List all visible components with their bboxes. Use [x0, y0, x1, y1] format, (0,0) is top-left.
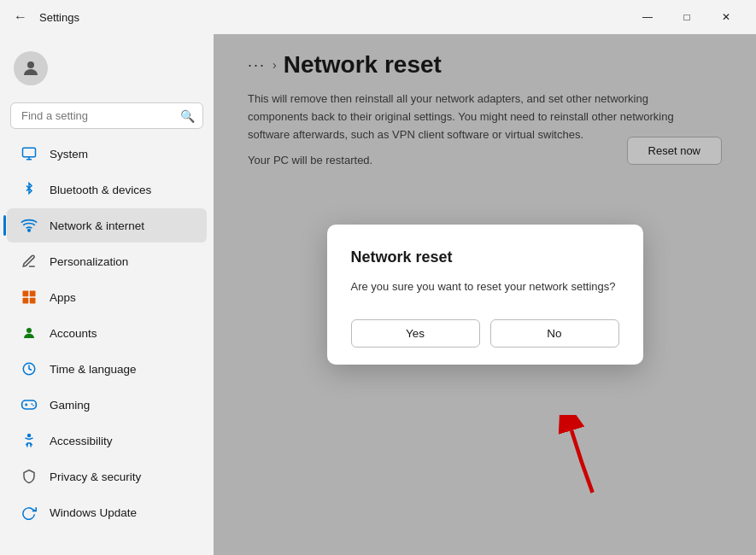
sidebar-item-bluetooth[interactable]: Bluetooth & devices	[7, 172, 207, 207]
sidebar-item-system[interactable]: System	[7, 137, 207, 171]
svg-rect-5	[23, 291, 29, 297]
sidebar-item-update[interactable]: Windows Update	[7, 495, 207, 529]
personalization-icon	[21, 253, 38, 270]
svg-point-15	[32, 405, 34, 406]
no-button[interactable]: No	[490, 319, 619, 348]
sidebar-item-accounts-label: Accounts	[50, 327, 97, 340]
sidebar-item-update-label: Windows Update	[50, 506, 137, 519]
apps-icon	[21, 289, 38, 306]
sidebar-item-personalization[interactable]: Personalization	[7, 244, 207, 278]
titlebar-left: ← Settings	[10, 6, 79, 28]
update-icon	[21, 504, 38, 521]
user-section	[0, 41, 214, 96]
window-controls: — □ ✕	[628, 3, 746, 31]
svg-point-16	[28, 435, 31, 437]
yes-button[interactable]: Yes	[351, 319, 480, 348]
titlebar: ← Settings — □ ✕	[0, 0, 756, 34]
time-icon	[21, 360, 38, 377]
sidebar-item-time[interactable]: Time & language	[7, 352, 207, 386]
svg-rect-6	[30, 291, 36, 297]
sidebar-item-privacy[interactable]: Privacy & security	[7, 459, 207, 494]
privacy-icon	[21, 468, 38, 485]
sidebar: 🔍 System Bluetooth & devices	[0, 34, 214, 555]
sidebar-item-network-label: Network & internet	[50, 219, 144, 232]
main-content: ··· › Network reset This will remove the…	[214, 34, 756, 555]
sidebar-item-network[interactable]: Network & internet	[7, 208, 207, 242]
maximize-button[interactable]: □	[667, 3, 706, 31]
dialog-title: Network reset	[351, 248, 619, 266]
svg-point-9	[26, 328, 32, 333]
sidebar-item-accessibility-label: Accessibility	[50, 435, 113, 447]
sidebar-item-time-label: Time & language	[50, 363, 137, 376]
dialog-message: Are you sure you want to reset your netw…	[351, 278, 619, 295]
sidebar-item-accessibility[interactable]: Accessibility	[7, 424, 207, 458]
sidebar-item-gaming-label: Gaming	[50, 399, 90, 412]
sidebar-item-personalization-label: Personalization	[50, 255, 128, 268]
accessibility-icon	[21, 432, 38, 449]
sidebar-item-apps-label: Apps	[50, 291, 76, 304]
app-container: 🔍 System Bluetooth & devices	[0, 34, 756, 555]
svg-rect-1	[23, 148, 36, 157]
sidebar-item-system-label: System	[50, 148, 88, 161]
gaming-icon	[21, 396, 38, 413]
app-title: Settings	[39, 11, 79, 24]
sidebar-item-accounts[interactable]: Accounts	[7, 316, 207, 350]
system-icon	[21, 145, 38, 162]
search-input[interactable]	[10, 102, 203, 129]
search-box: 🔍	[10, 102, 203, 129]
sidebar-item-privacy-label: Privacy & security	[50, 470, 141, 483]
svg-point-0	[27, 61, 34, 68]
bluetooth-icon	[21, 181, 38, 198]
sidebar-item-gaming[interactable]: Gaming	[7, 388, 207, 422]
back-button[interactable]: ←	[10, 6, 31, 28]
confirm-dialog: Network reset Are you sure you want to r…	[327, 225, 643, 365]
avatar	[14, 51, 48, 85]
svg-rect-7	[23, 298, 29, 304]
svg-rect-11	[22, 400, 37, 409]
sidebar-item-apps[interactable]: Apps	[7, 280, 207, 314]
dialog-overlay: Network reset Are you sure you want to r…	[214, 34, 756, 555]
svg-rect-8	[30, 298, 36, 304]
dialog-buttons: Yes No	[351, 319, 619, 348]
accounts-icon	[21, 324, 38, 342]
svg-point-4	[28, 230, 31, 232]
sidebar-item-bluetooth-label: Bluetooth & devices	[50, 184, 151, 196]
minimize-button[interactable]: —	[628, 3, 667, 31]
network-icon	[21, 217, 38, 234]
svg-point-14	[32, 403, 33, 405]
search-icon: 🔍	[180, 109, 195, 123]
close-button[interactable]: ✕	[706, 3, 746, 31]
